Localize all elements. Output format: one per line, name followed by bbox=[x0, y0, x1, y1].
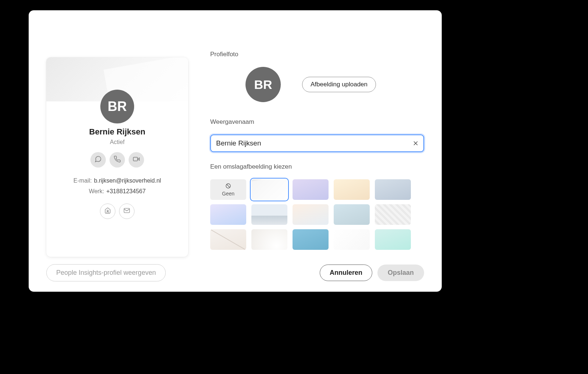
profile-preview-card: BR Bernie Rijksen Actief bbox=[46, 57, 188, 257]
cover-option-lilac[interactable] bbox=[293, 179, 329, 200]
cover-option-none[interactable]: Geen bbox=[210, 179, 246, 200]
display-name-label: Weergavenaam bbox=[210, 118, 424, 126]
cover-option-white[interactable] bbox=[334, 229, 370, 250]
dialog-footer: People Insights-profiel weergeven Annule… bbox=[29, 257, 442, 292]
save-button[interactable]: Opslaan bbox=[377, 265, 424, 281]
cover-option-mountain[interactable] bbox=[251, 204, 287, 225]
call-button[interactable] bbox=[110, 152, 125, 168]
cover-option-sky[interactable] bbox=[210, 204, 246, 225]
dialog-body: BR Bernie Rijksen Actief bbox=[29, 10, 442, 257]
mail-icon bbox=[123, 207, 130, 216]
cover-option-default[interactable] bbox=[251, 179, 287, 200]
people-insights-button[interactable]: People Insights-profiel weergeven bbox=[46, 264, 166, 281]
cover-option-mint[interactable] bbox=[375, 229, 411, 250]
upload-image-button[interactable]: Afbeelding uploaden bbox=[302, 77, 376, 92]
contact-info: E-mail: b.rijksen@rijksoverheid.nl Werk:… bbox=[46, 176, 188, 197]
secondary-actions bbox=[46, 204, 188, 219]
cover-grid: Geen bbox=[210, 179, 424, 250]
cancel-button[interactable]: Annuleren bbox=[320, 265, 372, 281]
email-value: b.rijksen@rijksoverheid.nl bbox=[94, 176, 161, 186]
cover-none-label: Geen bbox=[222, 191, 234, 197]
video-button[interactable] bbox=[129, 152, 144, 168]
cover-option-slate[interactable] bbox=[375, 179, 411, 200]
chat-icon bbox=[94, 155, 102, 164]
cover-option-aerial[interactable] bbox=[334, 204, 370, 225]
display-name-field-wrap bbox=[210, 134, 424, 152]
cover-option-architecture[interactable] bbox=[375, 204, 411, 225]
cover-option-lines[interactable] bbox=[210, 229, 246, 250]
svg-rect-0 bbox=[133, 157, 138, 161]
user-status: Actief bbox=[46, 139, 188, 145]
no-symbol-icon bbox=[225, 183, 231, 190]
contact-card-icon bbox=[104, 207, 111, 216]
video-icon bbox=[133, 155, 140, 164]
profile-edit-dialog: BR Bernie Rijksen Actief bbox=[29, 10, 442, 292]
svg-rect-2 bbox=[124, 208, 130, 213]
close-icon bbox=[412, 141, 419, 148]
contact-card-button[interactable] bbox=[100, 204, 115, 219]
chat-button[interactable] bbox=[90, 152, 106, 168]
cover-section-label: Een omslagafbeelding kiezen bbox=[210, 163, 424, 170]
clear-input-button[interactable] bbox=[412, 140, 419, 147]
work-phone-value: +31881234567 bbox=[106, 186, 146, 197]
email-label: E-mail: bbox=[74, 176, 92, 186]
email-button[interactable] bbox=[119, 204, 135, 219]
user-name: Bernie Rijksen bbox=[46, 127, 188, 137]
photo-row: BR Afbeelding uploaden bbox=[210, 67, 424, 102]
display-name-input[interactable] bbox=[210, 134, 424, 152]
cover-option-water[interactable] bbox=[293, 229, 329, 250]
avatar: BR bbox=[100, 90, 134, 123]
profile-photo-label: Profielfoto bbox=[210, 51, 424, 58]
cover-option-dune[interactable] bbox=[251, 229, 287, 250]
cover-option-sand[interactable] bbox=[293, 204, 329, 225]
phone-icon bbox=[114, 155, 121, 164]
edit-panel: Profielfoto BR Afbeelding uploaden Weerg… bbox=[210, 47, 424, 257]
svg-point-1 bbox=[107, 210, 108, 212]
quick-actions bbox=[46, 152, 188, 168]
work-label: Werk: bbox=[89, 186, 104, 197]
cover-option-peach[interactable] bbox=[334, 179, 370, 200]
avatar-preview: BR bbox=[245, 67, 281, 102]
